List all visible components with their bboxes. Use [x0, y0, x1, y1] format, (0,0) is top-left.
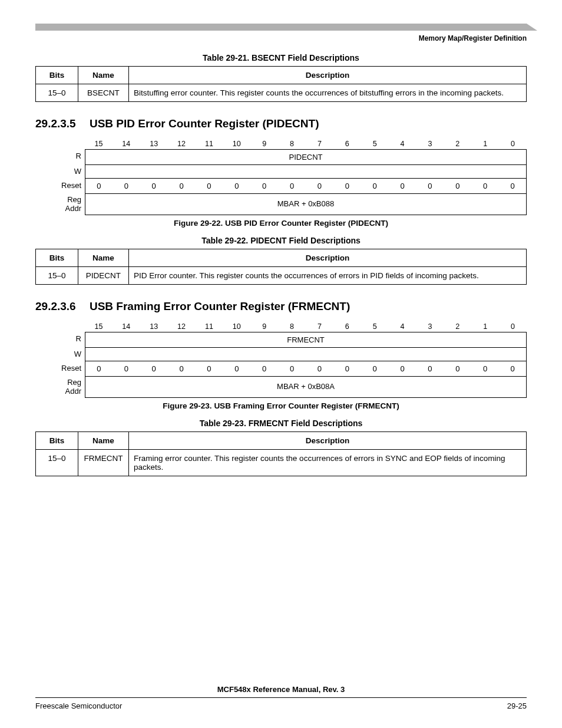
reset-val: 0 — [85, 178, 113, 194]
bitnum: 15 — [85, 321, 113, 332]
bit-number-row: 15 14 13 12 11 10 9 8 7 6 5 4 3 2 1 0 — [51, 321, 527, 332]
reset-label: Reset — [51, 361, 85, 377]
bitnum: 6 — [333, 139, 361, 149]
bitnum: 2 — [444, 139, 471, 149]
reset-val: 0 — [306, 361, 333, 377]
cell-name: BSECNT — [78, 84, 129, 102]
page: Memory Map/Register Definition Table 29-… — [0, 0, 562, 728]
bitnum: 6 — [333, 321, 361, 332]
write-label: W — [51, 164, 85, 178]
cell-name: PIDECNT — [78, 266, 129, 284]
bitnum: 7 — [306, 139, 333, 149]
section-number: 29.2.3.6 — [35, 300, 76, 313]
bitnum: 3 — [416, 321, 444, 332]
read-label: R — [51, 149, 85, 164]
bitnum: 13 — [140, 139, 168, 149]
col-bits: Bits — [36, 249, 78, 266]
bitnum-spacer — [51, 321, 85, 332]
reset-val: 0 — [140, 178, 168, 194]
bitnum: 4 — [389, 321, 416, 332]
decorative-top-bar — [35, 24, 527, 31]
reset-label: Reset — [51, 178, 85, 194]
bitnum: 14 — [113, 321, 140, 332]
addr-label: RegAddr — [51, 194, 85, 215]
table-header-row: Bits Name Description — [36, 431, 527, 449]
reset-val: 0 — [85, 361, 113, 377]
reset-val: 0 — [113, 178, 140, 194]
footer-left: Freescale Semiconductor — [35, 701, 122, 710]
register-write-row: W — [51, 164, 527, 178]
cell-bits: 15–0 — [36, 266, 78, 284]
addr-value: MBAR + 0xB08A — [85, 377, 527, 398]
col-desc: Description — [129, 67, 527, 84]
bitnum: 10 — [223, 321, 250, 332]
bitnum: 9 — [250, 321, 278, 332]
reset-val: 0 — [168, 178, 196, 194]
table-pidecnt-fields: Bits Name Description 15–0 PIDECNT PID E… — [35, 249, 527, 285]
reset-val: 0 — [444, 178, 471, 194]
addr-label: RegAddr — [51, 377, 85, 398]
reset-val: 0 — [389, 178, 416, 194]
col-desc: Description — [129, 431, 527, 449]
reset-val: 0 — [416, 178, 444, 194]
footer-doc-title: MCF548x Reference Manual, Rev. 3 — [35, 685, 527, 694]
reset-val: 0 — [471, 178, 499, 194]
table-header-row: Bits Name Description — [36, 249, 527, 266]
reset-val: 0 — [499, 178, 527, 194]
table-row: 15–0 FRMECNT Framing error counter. This… — [36, 449, 527, 476]
bitnum: 5 — [361, 321, 389, 332]
bitnum: 11 — [196, 321, 223, 332]
bitnum: 4 — [389, 139, 416, 149]
figure-caption: Figure 29-22. USB PID Error Counter Regi… — [35, 219, 527, 228]
register-read-row: R PIDECNT — [51, 149, 527, 164]
reset-val: 0 — [168, 361, 196, 377]
col-name: Name — [78, 249, 129, 266]
bitnum: 9 — [250, 139, 278, 149]
bitnum: 3 — [416, 139, 444, 149]
reset-val: 0 — [389, 361, 416, 377]
col-name: Name — [78, 431, 129, 449]
table-caption: Table 29-23. FRMECNT Field Descriptions — [35, 419, 527, 428]
reset-val: 0 — [444, 361, 471, 377]
register-field-w — [85, 347, 527, 361]
bitnum: 2 — [444, 321, 471, 332]
table-frmecnt-fields: Bits Name Description 15–0 FRMECNT Frami… — [35, 431, 527, 476]
register-field: PIDECNT — [85, 149, 527, 164]
reset-val: 0 — [278, 178, 306, 194]
bitnum: 12 — [168, 139, 196, 149]
bitnum: 14 — [113, 139, 140, 149]
cell-desc: PID Error counter. This register counts … — [129, 266, 527, 284]
register-reset-row: Reset 0 0 0 0 0 0 0 0 0 0 0 0 0 0 0 0 — [51, 361, 527, 377]
register-addr-row: RegAddr MBAR + 0xB088 — [51, 194, 527, 215]
section-title: USB PID Error Counter Register (PIDECNT) — [90, 117, 319, 130]
table-header-row: Bits Name Description — [36, 67, 527, 84]
bitnum: 10 — [223, 139, 250, 149]
bitnum: 8 — [278, 321, 306, 332]
col-desc: Description — [129, 249, 527, 266]
reset-val: 0 — [196, 361, 223, 377]
reset-val: 0 — [278, 361, 306, 377]
table-caption: Table 29-22. PIDECNT Field Descriptions — [35, 236, 527, 245]
register-write-row: W — [51, 347, 527, 361]
bitnum: 0 — [499, 139, 527, 149]
col-bits: Bits — [36, 431, 78, 449]
page-footer: MCF548x Reference Manual, Rev. 3 Freesca… — [35, 685, 527, 710]
write-label: W — [51, 347, 85, 361]
cell-bits: 15–0 — [36, 84, 78, 102]
table-row: 15–0 PIDECNT PID Error counter. This reg… — [36, 266, 527, 284]
reset-val: 0 — [306, 178, 333, 194]
bitnum: 11 — [196, 139, 223, 149]
register-diagram-pidecnt: 15 14 13 12 11 10 9 8 7 6 5 4 3 2 1 0 R … — [51, 139, 527, 215]
bitnum: 0 — [499, 321, 527, 332]
section-title: USB Framing Error Counter Register (FRME… — [90, 300, 350, 312]
reset-val: 0 — [223, 361, 250, 377]
reset-val: 0 — [333, 361, 361, 377]
reset-val: 0 — [196, 178, 223, 194]
cell-desc: Framing error counter. This register cou… — [129, 449, 527, 476]
footer-right: 29-25 — [507, 701, 527, 710]
bitnum: 13 — [140, 321, 168, 332]
figure-caption: Figure 29-23. USB Framing Error Counter … — [35, 401, 527, 410]
bitnum: 7 — [306, 321, 333, 332]
footer-line: Freescale Semiconductor 29-25 — [35, 697, 527, 710]
reset-val: 0 — [499, 361, 527, 377]
